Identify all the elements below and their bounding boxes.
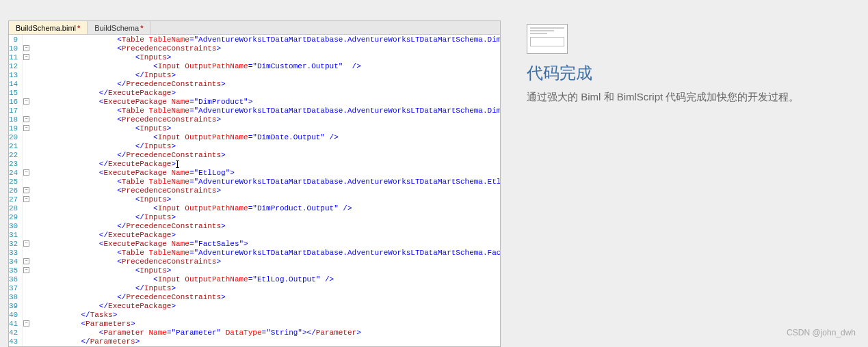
code-line[interactable]: </Inputs> [27,142,500,151]
fold-toggle-icon[interactable]: − [23,54,29,60]
code-line[interactable]: </PrecedenceConstraints> [27,151,500,160]
fold-toggle-icon[interactable]: − [23,258,29,264]
code-area[interactable]: 9101112131415161718192021222324252627282… [9,35,500,346]
fold-toggle-icon[interactable]: − [23,116,29,122]
code-line[interactable]: </ExecutePackage> [27,89,500,98]
code-line[interactable]: </PrecedenceConstraints> [27,293,500,302]
tab-buildschema-biml[interactable]: BuildSchema.biml* [9,21,88,34]
tab-label: BuildSchema.biml [16,24,76,32]
code-line[interactable]: </ExecutePackage> [27,160,500,169]
fold-toggle-icon[interactable]: − [23,169,29,176]
code-line[interactable]: <PrecedenceConstraints> [27,258,500,266]
fold-toggle-icon[interactable]: − [23,125,29,131]
fold-toggle-icon[interactable]: − [23,187,29,193]
code-line[interactable]: <Input OutputPathName="DimDate.Output" /… [27,133,500,142]
tab-bar: BuildSchema.biml* BuildSchema* [9,21,500,35]
code-line[interactable]: </Inputs> [27,71,500,80]
fold-toggle-icon[interactable]: − [23,196,29,202]
tab-buildschema[interactable]: BuildSchema* [88,21,150,34]
code-line[interactable]: <Inputs> [27,53,500,62]
side-panel: 代码完成 通过强大的 Biml 和 BimlScript 代码完成加快您的开发过… [527,24,862,104]
code-line[interactable]: </ExecutePackage> [27,231,500,240]
code-line[interactable]: <Parameter Name="Parameter" DataType="St… [27,329,500,337]
code-line[interactable]: <ExecutePackage Name="DimProduct"> [27,98,500,107]
side-title: 代码完成 [527,62,862,84]
code-line[interactable]: <Table TableName="AdventureWorksLTDataMa… [27,178,500,186]
code-line[interactable]: <PrecedenceConstraints> [27,115,500,124]
code-line[interactable]: <Inputs> [27,266,500,275]
code-line[interactable]: <Inputs> [27,124,500,133]
text-cursor [177,161,178,168]
code-line[interactable]: </PrecedenceConstraints> [27,222,500,231]
code-line[interactable]: <ExecutePackage Name="FactSales"> [27,240,500,249]
code-line[interactable]: </Parameters> [27,337,500,346]
code-line[interactable]: <PrecedenceConstraints> [27,44,500,53]
code-line[interactable]: <Input OutputPathName="DimCustomer.Outpu… [27,62,500,71]
code-line[interactable]: <Input OutputPathName="DimProduct.Output… [27,204,500,213]
fold-toggle-icon[interactable]: − [23,320,29,327]
tab-dirty-marker: * [140,24,143,32]
code-line[interactable]: </Tasks> [27,311,500,320]
code-line[interactable]: <Parameters> [27,320,500,329]
code-line[interactable]: <Table TableName="AdventureWorksLTDataMa… [27,107,500,115]
code-line[interactable]: </ExecutePackage> [27,302,500,311]
code-content[interactable]: <Table TableName="AdventureWorksLTDataMa… [23,35,500,346]
watermark: CSDN @john_dwh [787,328,856,337]
code-line[interactable]: <Input OutputPathName="EtlLog.Output" /> [27,275,500,284]
editor-panel: BuildSchema.biml* BuildSchema* 910111213… [8,20,501,347]
fold-toggle-icon[interactable]: − [23,45,29,51]
code-line[interactable]: <Table TableName="AdventureWorksLTDataMa… [27,249,500,258]
code-line[interactable]: <Inputs> [27,195,500,204]
side-description: 通过强大的 Biml 和 BimlScript 代码完成加快您的开发过程。 [527,91,862,104]
code-line[interactable]: <ExecutePackage Name="EtlLog"> [27,169,500,178]
feature-thumbnail [527,24,568,54]
fold-toggle-icon[interactable]: − [23,98,29,105]
code-line[interactable]: <Table TableName="AdventureWorksLTDataMa… [27,36,500,44]
tab-label: BuildSchema [94,24,139,32]
fold-toggle-icon[interactable]: − [23,240,29,247]
line-number-gutter: 9101112131415161718192021222324252627282… [9,35,23,346]
code-line[interactable]: </PrecedenceConstraints> [27,80,500,89]
tab-dirty-marker: * [77,24,80,32]
fold-toggle-icon[interactable]: − [23,267,29,273]
code-line[interactable]: <PrecedenceConstraints> [27,186,500,195]
code-line[interactable]: </Inputs> [27,284,500,293]
code-line[interactable]: </Inputs> [27,213,500,222]
